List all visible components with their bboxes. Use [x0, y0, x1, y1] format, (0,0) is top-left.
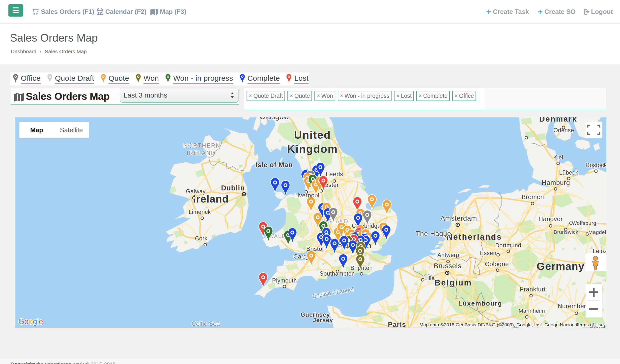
svg-text:Hanover: Hanover	[538, 215, 563, 222]
svg-text:Antwerp: Antwerp	[437, 252, 459, 258]
svg-text:e: e	[39, 317, 43, 326]
svg-text:o: o	[28, 317, 33, 326]
svg-text:Germany: Germany	[536, 260, 584, 272]
svg-text:Plymouth: Plymouth	[272, 277, 297, 284]
svg-text:IRELAND: IRELAND	[187, 150, 216, 156]
svg-text:Lille: Lille	[424, 275, 435, 281]
svg-text:Hamburg: Hamburg	[542, 179, 570, 186]
svg-text:Galway: Galway	[186, 188, 206, 195]
svg-text:NORTHERN: NORTHERN	[183, 142, 221, 149]
svg-text:Mannheim: Mannheim	[519, 308, 545, 314]
svg-text:The Hague: The Hague	[416, 230, 451, 237]
svg-text:Isle of Man: Isle of Man	[255, 161, 293, 169]
svg-text:Southampton: Southampton	[320, 270, 355, 277]
svg-text:Nuremberg: Nuremberg	[558, 303, 590, 310]
svg-text:Kiel: Kiel	[553, 154, 563, 161]
svg-text:Frankfurt: Frankfurt	[520, 286, 546, 293]
svg-text:Brussels: Brussels	[434, 262, 461, 270]
svg-text:Rostock: Rostock	[586, 162, 606, 168]
svg-text:l: l	[37, 317, 39, 326]
svg-text:Denmark: Denmark	[539, 117, 577, 123]
svg-text:Luxembourg: Luxembourg	[458, 300, 502, 307]
svg-text:Brunswick: Brunswick	[554, 229, 578, 235]
svg-text:Glasgow: Glasgow	[259, 117, 289, 121]
svg-text:Satellite: Satellite	[60, 126, 83, 134]
svg-text:Celtic Sea: Celtic Sea	[192, 320, 220, 327]
svg-text:Terms of Use: Terms of Use	[576, 322, 604, 327]
svg-text:Cork: Cork	[195, 235, 208, 242]
svg-text:Limerick: Limerick	[189, 209, 211, 215]
svg-text:Belgium: Belgium	[434, 278, 472, 287]
svg-text:Leeds: Leeds	[326, 171, 343, 178]
svg-text:g: g	[33, 317, 37, 326]
svg-text:United: United	[294, 129, 331, 141]
svg-text:Bremen: Bremen	[522, 193, 544, 200]
svg-text:Lübeck: Lübeck	[559, 169, 578, 176]
svg-text:Ireland: Ireland	[193, 193, 229, 205]
svg-text:G: G	[18, 317, 24, 326]
svg-text:Map data ©2018 GeoBasis-DE/BKG: Map data ©2018 GeoBasis-DE/BKG (©2009), …	[420, 322, 578, 327]
svg-text:Magdeb: Magdeb	[589, 229, 606, 235]
svg-text:Essen: Essen	[480, 250, 496, 256]
svg-text:Cologne: Cologne	[485, 260, 509, 267]
svg-text:Paris: Paris	[388, 321, 406, 328]
svg-text:Wolfsburg: Wolfsburg	[572, 220, 596, 226]
svg-text:Dublin: Dublin	[221, 184, 245, 192]
svg-text:Netherlands: Netherlands	[447, 232, 502, 241]
svg-text:Dortmund: Dortmund	[495, 242, 521, 249]
svg-text:Odense: Odense	[553, 127, 574, 133]
svg-text:Map: Map	[30, 126, 43, 134]
svg-text:Amsterdam: Amsterdam	[440, 214, 477, 222]
svg-text:Jersey: Jersey	[313, 317, 333, 323]
svg-text:o: o	[24, 317, 28, 326]
svg-text:Kingdom: Kingdom	[287, 143, 338, 155]
